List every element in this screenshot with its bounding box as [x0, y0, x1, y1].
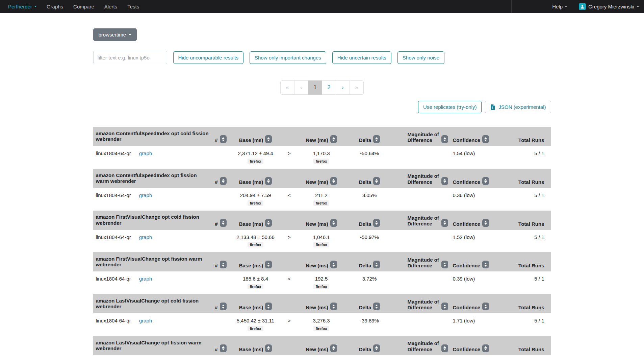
sort-icon[interactable] — [482, 303, 489, 310]
sort-icon[interactable] — [441, 261, 448, 268]
sort-icon[interactable] — [373, 177, 380, 185]
new-app-badge: firefox — [313, 284, 330, 289]
sort-icon[interactable] — [482, 177, 489, 185]
sort-icon[interactable] — [373, 303, 380, 310]
caret-down-icon — [34, 6, 37, 7]
sort-icon[interactable] — [373, 135, 380, 143]
column-header-magnitude: Magnitude of Difference — [408, 340, 439, 352]
sort-icon[interactable] — [373, 219, 380, 227]
show-important-button[interactable]: Show only important changes — [250, 51, 326, 64]
user-menu[interactable]: Gregory Mierzwinski — [579, 3, 639, 10]
column-header-new: New (ms) — [306, 179, 328, 185]
new-value: 1,170.3 — [313, 150, 330, 157]
base-app-badge: firefox — [248, 200, 264, 206]
sort-icon[interactable] — [330, 177, 337, 185]
sort-icon[interactable] — [220, 177, 227, 185]
section-title: amazon FirstVisualChange opt fission war… — [93, 256, 211, 268]
comparison-sign: > — [281, 150, 298, 156]
sort-icon[interactable] — [482, 135, 489, 143]
page-button-6: » — [350, 80, 364, 95]
section-title: amazon LastVisualChange opt fission warm… — [93, 340, 211, 352]
sort-icon[interactable] — [441, 177, 448, 185]
sort-icon[interactable] — [265, 344, 272, 352]
sort-icon[interactable] — [265, 261, 272, 268]
sort-icon[interactable] — [220, 219, 227, 227]
hide-uncomparable-button[interactable]: Hide uncomparable results — [173, 51, 243, 64]
graph-link[interactable]: graph — [139, 318, 152, 323]
filter-input[interactable] — [93, 51, 167, 64]
platform-label: linux1804-64-qr — [96, 192, 131, 198]
sort-icon[interactable] — [373, 261, 380, 268]
nav-item-tests[interactable]: Tests — [127, 4, 139, 9]
table-header-row: amazon ContentfulSpeedIndex opt cold fis… — [93, 127, 551, 146]
sort-icon[interactable] — [441, 219, 448, 227]
column-header-confidence: Confidence — [453, 263, 481, 268]
result-row: linux1804-64-qr graph 185.6 ± 8.4 firefo… — [93, 271, 551, 294]
sort-icon[interactable] — [220, 261, 227, 268]
sort-icon[interactable] — [482, 261, 489, 268]
sort-icon[interactable] — [265, 303, 272, 310]
nav-item-graphs[interactable]: Graphs — [47, 4, 63, 9]
sort-icon[interactable] — [330, 344, 337, 352]
sort-icon[interactable] — [441, 344, 448, 352]
sort-icon[interactable] — [441, 303, 448, 310]
graph-link[interactable]: graph — [139, 276, 152, 282]
sort-icon[interactable] — [330, 219, 337, 227]
confidence-value: 1.71 (low) — [448, 318, 499, 323]
section-rows: linux1804-64-qr graph 185.6 ± 8.4 firefo… — [93, 271, 551, 294]
sort-icon[interactable] — [265, 219, 272, 227]
sort-icon[interactable] — [330, 261, 337, 268]
nav-item-compare[interactable]: Compare — [73, 4, 94, 9]
sort-icon[interactable] — [482, 344, 489, 352]
new-app-badge: firefox — [313, 159, 330, 164]
column-header-hash: # — [215, 305, 217, 310]
sort-icon[interactable] — [220, 303, 227, 310]
caret-down-icon — [637, 6, 639, 7]
column-header-new: New (ms) — [306, 263, 328, 268]
sort-icon[interactable] — [220, 135, 227, 143]
new-value: 1,046.1 — [313, 234, 330, 241]
sort-icon[interactable] — [265, 177, 272, 185]
sort-icon[interactable] — [330, 135, 337, 143]
use-replicates-button[interactable]: Use replicates (try-only) — [418, 101, 482, 113]
comparison-sign: < — [281, 192, 298, 198]
user-icon — [579, 3, 586, 10]
graph-link[interactable]: graph — [139, 150, 152, 156]
page-button-5[interactable]: › — [336, 80, 350, 95]
column-header-base: Base (ms) — [239, 221, 263, 227]
download-json-icon — [490, 104, 495, 110]
top-navbar: Perfherder Graphs Compare Alerts Tests H… — [0, 0, 644, 13]
graph-link[interactable]: graph — [139, 234, 152, 240]
page-button-3[interactable]: 1 — [308, 80, 322, 95]
section-title: amazon LastVisualChange opt cold fission… — [93, 298, 211, 310]
platform-label: linux1804-64-qr — [96, 276, 131, 282]
column-header-delta: Delta — [359, 221, 371, 227]
json-export-label: JSON (experimental) — [498, 104, 546, 110]
base-value: 5,450.42 ± 31.11 — [237, 318, 274, 324]
sort-icon[interactable] — [373, 344, 380, 352]
sort-icon[interactable] — [220, 344, 227, 352]
graph-link[interactable]: graph — [139, 192, 152, 198]
sort-icon[interactable] — [482, 219, 489, 227]
nav-item-alerts[interactable]: Alerts — [104, 4, 117, 9]
comparison-sign: > — [281, 234, 298, 240]
column-header-base: Base (ms) — [239, 305, 263, 310]
sort-icon[interactable] — [265, 135, 272, 143]
result-row: linux1804-64-qr graph 5,450.42 ± 31.11 f… — [93, 313, 551, 336]
sort-icon[interactable] — [441, 135, 448, 143]
platform-label: linux1804-64-qr — [96, 318, 131, 323]
hide-uncertain-button[interactable]: Hide uncertain results — [332, 51, 391, 64]
brand-menu-perfherder[interactable]: Perfherder — [8, 4, 37, 9]
confidence-value: 1.54 (low) — [448, 150, 499, 156]
help-menu[interactable]: Help — [552, 4, 567, 9]
results-section: amazon LastVisualChange opt cold fission… — [93, 294, 551, 336]
delta-value: 3.72% — [345, 276, 394, 282]
column-header-total-runs: Total Runs — [518, 179, 544, 185]
show-noise-button[interactable]: Show only noise — [397, 51, 444, 64]
new-app-badge: firefox — [313, 242, 330, 247]
page-button-4[interactable]: 2 — [322, 80, 336, 95]
framework-dropdown[interactable]: browsertime — [93, 28, 137, 41]
sort-icon[interactable] — [330, 303, 337, 310]
column-header-hash: # — [215, 346, 217, 352]
json-export-button[interactable]: JSON (experimental) — [485, 101, 551, 113]
